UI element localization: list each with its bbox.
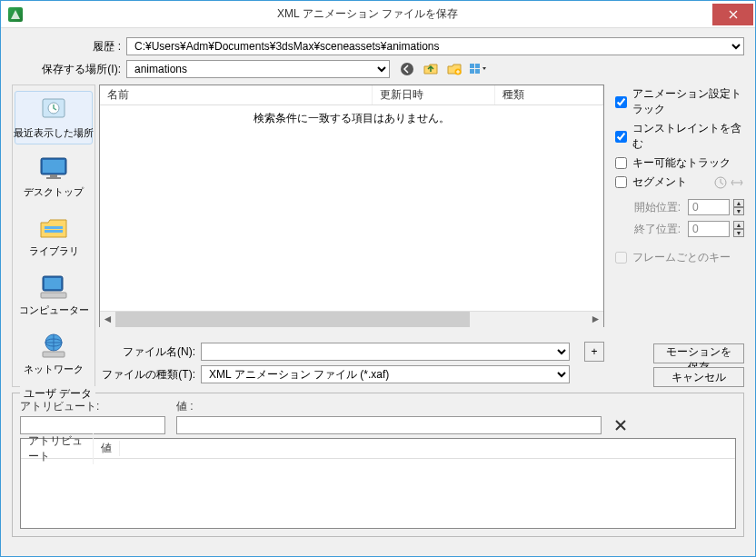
empty-message: 検索条件に一致する項目はありません。 <box>100 111 603 126</box>
app-icon <box>8 7 23 22</box>
user-data-group: ユーザ データ アトリビュート: 値 : アトリビュート 値 <box>12 393 744 537</box>
svg-rect-15 <box>45 278 61 289</box>
segment-range-icon <box>730 175 744 190</box>
start-input[interactable] <box>688 199 730 215</box>
back-icon <box>400 62 414 76</box>
dialog-body: 履歴 : C:¥Users¥Adm¥Documents¥3dsMax¥scene… <box>1 28 755 556</box>
window-title: XML アニメーション ファイルを保存 <box>23 6 712 22</box>
end-label: 終了位置: <box>615 222 684 237</box>
place-network[interactable]: ネットワーク <box>15 327 93 381</box>
filename-label: ファイル名(N): <box>99 344 201 360</box>
segment-checkbox[interactable]: セグメント <box>615 174 687 190</box>
options-panel: アニメーション設定トラック コンストレイントを含む キー可能なトラック セグメン… <box>615 85 744 387</box>
constraints-checkbox[interactable]: コンストレイントを含む <box>615 121 744 152</box>
end-spin-down[interactable]: ▼ <box>733 229 744 237</box>
svg-point-0 <box>401 63 413 75</box>
per-frame-check <box>615 252 627 264</box>
close-button[interactable] <box>712 4 753 25</box>
svg-rect-9 <box>43 160 65 173</box>
up-folder-icon <box>423 62 438 76</box>
place-libraries[interactable]: ライブラリ <box>15 209 93 263</box>
keyable-check[interactable] <box>615 157 627 169</box>
anim-tracks-check[interactable] <box>615 96 627 108</box>
column-name[interactable]: 名前 <box>100 85 373 104</box>
constraints-check[interactable] <box>615 131 627 143</box>
start-spin-up[interactable]: ▲ <box>733 199 744 207</box>
view-menu-button[interactable] <box>468 59 488 79</box>
column-headers: 名前 更新日時 種類 <box>100 85 603 105</box>
svg-rect-4 <box>470 69 474 74</box>
ud-col-attr[interactable]: アトリビュート <box>21 433 94 464</box>
desktop-icon <box>37 154 70 184</box>
keyable-checkbox[interactable]: キー可能なトラック <box>615 155 744 171</box>
svg-rect-5 <box>475 69 480 74</box>
svg-rect-10 <box>50 174 57 177</box>
save-dialog-window: XML アニメーション ファイルを保存 履歴 : C:¥Users¥Adm¥Do… <box>0 0 756 557</box>
view-icon <box>469 62 487 76</box>
computer-icon <box>37 273 70 302</box>
up-button[interactable] <box>421 59 441 79</box>
nav-toolbar <box>397 59 488 79</box>
per-frame-checkbox: フレームごとのキー <box>615 250 744 265</box>
network-icon <box>37 332 70 361</box>
svg-rect-2 <box>470 64 474 68</box>
libraries-icon <box>37 214 70 243</box>
end-input[interactable] <box>688 221 730 237</box>
anim-tracks-checkbox[interactable]: アニメーション設定トラック <box>615 86 744 117</box>
file-list[interactable]: 名前 更新日時 種類 検索条件に一致する項目はありません。 ◄ ► <box>99 85 604 327</box>
start-spin-down[interactable]: ▼ <box>733 207 744 215</box>
segment-check[interactable] <box>615 176 627 188</box>
svg-rect-11 <box>46 177 61 179</box>
svg-rect-19 <box>43 352 65 357</box>
place-desktop[interactable]: デスクトップ <box>15 150 93 204</box>
svg-rect-13 <box>45 230 63 233</box>
user-data-legend: ユーザ データ <box>20 386 95 402</box>
scroll-thumb[interactable] <box>115 312 470 327</box>
ud-val-label: 値 : <box>176 399 602 414</box>
filetype-label: ファイルの種類(T): <box>99 367 201 383</box>
scroll-left-button[interactable]: ◄ <box>100 312 115 327</box>
horizontal-scrollbar[interactable]: ◄ ► <box>100 311 603 326</box>
back-button[interactable] <box>397 59 417 79</box>
scroll-right-button[interactable]: ► <box>588 312 603 327</box>
cancel-button[interactable]: キャンセル <box>653 367 744 387</box>
history-label: 履歴 : <box>12 39 126 55</box>
savein-select[interactable]: animations <box>126 60 390 78</box>
ud-col-val[interactable]: 値 <box>94 441 120 456</box>
svg-rect-12 <box>45 226 63 229</box>
ud-table[interactable]: アトリビュート 値 <box>20 438 736 529</box>
column-date[interactable]: 更新日時 <box>373 85 495 104</box>
places-bar: 最近表示した場所 デスクトップ ライブラリ コンピューター ネットワーク <box>12 85 95 387</box>
savein-label: 保存する場所(I): <box>12 62 126 77</box>
ud-attr-input[interactable] <box>20 416 165 434</box>
place-recent[interactable]: 最近表示した場所 <box>15 91 93 144</box>
close-icon <box>729 10 738 19</box>
filetype-select[interactable]: XML アニメーション ファイル (*.xaf) <box>201 365 570 383</box>
end-spin-up[interactable]: ▲ <box>733 221 744 229</box>
plus-button[interactable]: + <box>584 342 604 362</box>
new-folder-icon <box>447 62 462 76</box>
save-button[interactable]: モーションを保存 <box>653 343 744 363</box>
column-type[interactable]: 種類 <box>495 85 603 104</box>
filename-input[interactable] <box>201 343 570 361</box>
svg-rect-3 <box>475 64 480 68</box>
new-folder-button[interactable] <box>444 59 464 79</box>
segment-clock-icon <box>713 175 728 190</box>
place-computer[interactable]: コンピューター <box>15 268 93 322</box>
ud-clear-button[interactable] <box>612 417 629 433</box>
recent-places-icon <box>37 95 70 124</box>
start-label: 開始位置: <box>615 200 684 215</box>
svg-rect-16 <box>41 293 66 298</box>
titlebar: XML アニメーション ファイルを保存 <box>1 1 755 28</box>
ud-val-input[interactable] <box>176 416 602 434</box>
scroll-track[interactable] <box>115 312 588 327</box>
clear-icon <box>614 419 627 432</box>
history-select[interactable]: C:¥Users¥Adm¥Documents¥3dsMax¥sceneasset… <box>126 37 744 55</box>
